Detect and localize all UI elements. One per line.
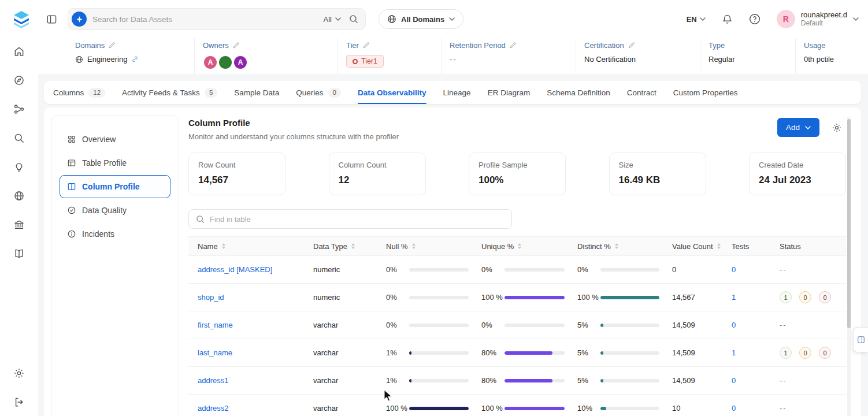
column-name-link[interactable]: first_name [198,321,233,329]
logout-icon[interactable] [13,396,25,408]
lineage-icon[interactable] [13,103,25,115]
tests-link[interactable]: 1 [732,348,736,357]
tab-schema-definition[interactable]: Schema Definition [547,81,610,104]
search-icon[interactable] [349,14,358,24]
sidebar-item-data-quality[interactable]: Data Quality [60,199,170,222]
profiler-settings-icon[interactable] [828,118,846,137]
tab-custom-properties[interactable]: Custom Properties [673,81,738,104]
column-header-null[interactable]: Null % [377,237,472,255]
column-header-unique[interactable]: Unique % [472,237,568,255]
language-selector[interactable]: EN [687,15,706,24]
search-scope-dropdown[interactable]: All [324,15,341,24]
info-circle-icon [67,229,76,239]
govern-icon[interactable] [13,219,25,231]
tab-columns[interactable]: Columns12 [53,81,105,104]
unique-pct-bar [505,268,565,272]
search-input[interactable] [92,15,318,24]
find-in-table-input[interactable] [210,215,505,224]
sidebar-item-table-profile[interactable]: Table Profile [60,151,170,174]
domains-label: Domains [75,41,105,50]
sidebar-item-column-profile[interactable]: Column Profile [60,175,170,198]
domain-value[interactable]: Engineering [87,55,127,64]
edit-pencil-icon[interactable] [510,42,517,49]
home-icon[interactable] [13,46,25,57]
column-header-value-count[interactable]: Value Count [663,237,722,255]
edit-pencil-icon[interactable] [363,42,370,49]
edit-pencil-icon[interactable] [233,42,240,49]
status-success-badge[interactable]: 1 [780,291,792,303]
status-aborted-badge[interactable]: 0 [799,291,811,303]
observability-icon[interactable] [13,132,25,144]
owner-avatar[interactable]: A [203,55,218,70]
domains-icon[interactable] [13,190,25,202]
tab-er-diagram[interactable]: ER Diagram [488,81,531,104]
tab-lineage[interactable]: Lineage [443,81,471,104]
tab-contract[interactable]: Contract [627,81,656,104]
panel-scrollbar[interactable] [847,117,851,416]
link-icon[interactable] [131,55,139,63]
table-row: address2varchar100 %100 %10%100-- [188,395,846,416]
column-name-link[interactable]: address_id [MASKED] [198,265,272,274]
scrollbar-thumb[interactable] [847,119,851,328]
glossary-icon[interactable] [13,248,25,259]
sort-icon[interactable] [222,243,225,249]
tests-link[interactable]: 0 [732,404,736,413]
all-domains-button[interactable]: All Domains [379,9,463,29]
owner-avatar[interactable] [218,55,233,70]
tab-data-observability[interactable]: Data Observability [358,81,426,104]
column-header-label: Null % [386,242,408,251]
column-header-distinct[interactable]: Distinct % [568,237,663,255]
status-aborted-badge[interactable]: 0 [799,347,811,359]
app-logo-icon[interactable] [12,9,31,29]
tab-label: Activity Feeds & Tasks [122,88,200,97]
unique-pct-cell: 0% [472,256,568,283]
sort-icon[interactable] [615,243,618,249]
tests-link[interactable]: 1 [732,293,736,302]
status-success-badge[interactable]: 1 [780,347,792,359]
value-count-cell: 14,509 [663,311,722,339]
tests-link[interactable]: 0 [732,376,736,385]
column-name-link[interactable]: last_name [198,348,232,357]
ai-sparkle-icon[interactable] [72,12,87,27]
help-icon[interactable] [749,13,761,25]
tab-queries[interactable]: Queries0 [296,81,341,104]
notifications-bell-icon[interactable] [722,14,733,25]
status-empty: -- [780,404,787,413]
column-name-link[interactable]: address1 [198,376,228,385]
edit-pencil-icon[interactable] [628,42,635,49]
find-in-table[interactable] [188,209,512,229]
add-button[interactable]: Add [777,118,819,137]
sidebar-toggle-icon[interactable] [46,14,57,25]
panel-subtitle: Monitor and understand your columns stru… [188,132,777,141]
insights-icon[interactable] [13,161,25,173]
user-menu[interactable]: R rounakpreet.d Default [777,10,859,28]
status-failed-badge[interactable]: 0 [819,347,831,359]
sort-icon[interactable] [717,243,721,249]
value-count-cell: 0 [663,256,722,283]
distinct-pct-bar [600,351,659,355]
column-header-name[interactable]: Name [188,237,304,255]
tests-link[interactable]: 0 [732,265,736,274]
sidebar-item-overview[interactable]: Overview [60,128,170,151]
tab-activity-feeds-tasks[interactable]: Activity Feeds & Tasks5 [122,81,217,104]
column-header-data-type[interactable]: Data Type [304,237,377,255]
sort-icon[interactable] [518,243,521,249]
tab-sample-data[interactable]: Sample Data [234,81,279,104]
status-failed-badge[interactable]: 0 [819,291,831,303]
edit-pencil-icon[interactable] [109,42,116,49]
tier-badge[interactable]: Tier1 [346,55,384,68]
table-header-row: NameData TypeNull %Unique %Distinct %Val… [188,236,846,256]
explore-icon[interactable] [13,75,25,86]
sort-icon[interactable] [351,243,355,249]
null-pct-bar [409,268,469,272]
tests-link[interactable]: 0 [732,321,736,329]
side-panel-handle[interactable] [853,327,868,352]
sort-icon[interactable] [412,243,416,249]
settings-icon[interactable] [13,367,25,379]
column-name-link[interactable]: address2 [198,404,228,413]
global-search[interactable]: All [68,8,366,30]
owner-avatar[interactable]: A [233,55,248,70]
column-header-status: Status [770,237,846,255]
sidebar-item-incidents[interactable]: Incidents [60,222,170,246]
column-name-link[interactable]: shop_id [198,293,224,302]
